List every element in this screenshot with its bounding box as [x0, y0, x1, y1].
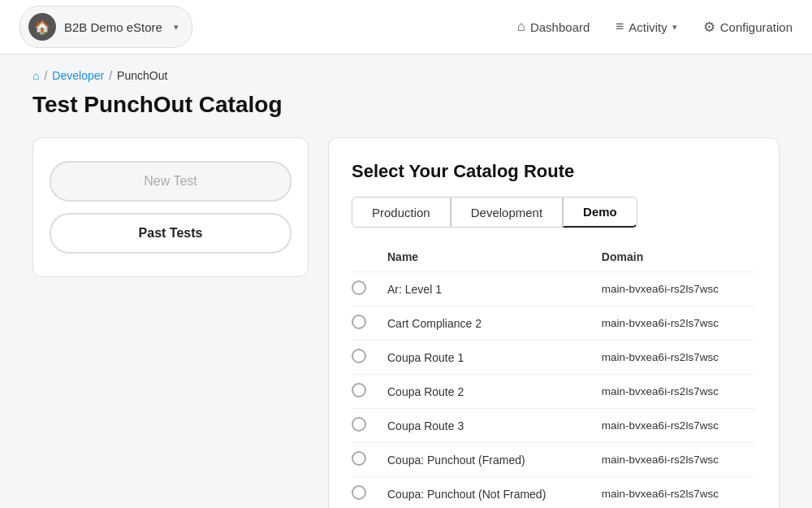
table-row: Coupa: Punchout (Framed)main-bvxea6i-rs2… — [352, 443, 756, 477]
breadcrumb-developer-link[interactable]: Developer — [52, 69, 104, 82]
col-domain: Domain — [592, 244, 756, 272]
left-panel: New Test Past Tests — [32, 137, 309, 277]
radio-cell — [352, 375, 378, 409]
table-row: Coupa Route 1main-bvxea6i-rs2ls7wsc — [352, 341, 756, 375]
route-radio[interactable] — [352, 280, 366, 295]
nav-activity-label: Activity — [628, 20, 667, 34]
route-name: Coupa: Punchout (Framed) — [378, 443, 592, 477]
breadcrumb-sep-2: / — [109, 69, 112, 82]
home-icon: ⌂ — [517, 19, 525, 35]
radio-cell — [352, 477, 378, 509]
route-radio[interactable] — [352, 485, 366, 500]
radio-cell — [352, 443, 378, 477]
home-breadcrumb-icon: ⌂ — [32, 69, 39, 82]
breadcrumb-home-link[interactable]: ⌂ — [32, 69, 39, 82]
table-row: Coupa Route 2main-bvxea6i-rs2ls7wsc — [352, 375, 756, 409]
tab-production[interactable]: Production — [352, 197, 451, 228]
main-content: New Test Past Tests Select Your Catalog … — [0, 137, 812, 508]
route-domain: main-bvxea6i-rs2ls7wsc — [592, 477, 756, 509]
route-radio[interactable] — [352, 451, 366, 466]
right-panel-title: Select Your Catalog Route — [352, 161, 756, 182]
brand-chevron-icon: ▾ — [174, 22, 179, 33]
table-row: Ar: Level 1main-bvxea6i-rs2ls7wsc — [352, 272, 756, 306]
table-row: Coupa Route 3main-bvxea6i-rs2ls7wsc — [352, 409, 756, 443]
breadcrumb-developer: Developer — [52, 69, 104, 82]
nav-dashboard[interactable]: ⌂ Dashboard — [517, 19, 590, 35]
route-radio[interactable] — [352, 383, 366, 397]
route-domain: main-bvxea6i-rs2ls7wsc — [592, 272, 756, 306]
header-nav: ⌂ Dashboard ≡ Activity ▾ ⚙ Configuration — [517, 19, 793, 36]
breadcrumb: ⌂ / Developer / PunchOut — [0, 54, 812, 82]
route-name: Cart Compliance 2 — [378, 306, 592, 341]
route-table: Name Domain Ar: Level 1main-bvxea6i-rs2l… — [352, 244, 756, 508]
route-name: Coupa: Punchout (Not Framed) — [378, 477, 592, 509]
catalog-tabs: Production Development Demo — [352, 197, 756, 228]
route-radio[interactable] — [352, 349, 366, 363]
route-domain: main-bvxea6i-rs2ls7wsc — [592, 306, 756, 341]
header: 🏠 B2B Demo eStore ▾ ⌂ Dashboard ≡ Activi… — [0, 0, 812, 54]
brand-name: B2B Demo eStore — [64, 20, 162, 34]
gear-icon: ⚙ — [703, 19, 715, 36]
breadcrumb-sep-1: / — [44, 69, 47, 82]
route-domain: main-bvxea6i-rs2ls7wsc — [592, 409, 756, 443]
activity-icon: ≡ — [615, 19, 624, 35]
radio-cell — [352, 409, 378, 443]
route-name: Ar: Level 1 — [378, 272, 592, 306]
radio-cell — [352, 272, 378, 306]
nav-configuration-label: Configuration — [720, 20, 793, 34]
route-domain: main-bvxea6i-rs2ls7wsc — [592, 341, 756, 375]
route-domain: main-bvxea6i-rs2ls7wsc — [592, 443, 756, 477]
right-panel: Select Your Catalog Route Production Dev… — [328, 137, 780, 508]
route-name: Coupa Route 1 — [378, 341, 592, 375]
radio-cell — [352, 306, 378, 341]
table-row: Cart Compliance 2main-bvxea6i-rs2ls7wsc — [352, 306, 756, 341]
brand-button[interactable]: 🏠 B2B Demo eStore ▾ — [19, 6, 192, 48]
col-name: Name — [378, 244, 592, 272]
table-row: Coupa: Punchout (Not Framed)main-bvxea6i… — [352, 477, 756, 509]
route-radio[interactable] — [352, 417, 366, 432]
route-name: Coupa Route 2 — [378, 375, 592, 409]
col-radio — [352, 244, 378, 272]
route-radio[interactable] — [352, 315, 366, 329]
past-tests-button[interactable]: Past Tests — [50, 213, 292, 254]
route-name: Coupa Route 3 — [378, 409, 592, 443]
nav-configuration[interactable]: ⚙ Configuration — [703, 19, 793, 36]
page-title: Test PunchOut Catalog — [0, 82, 812, 137]
route-domain: main-bvxea6i-rs2ls7wsc — [592, 375, 756, 409]
breadcrumb-punchout: PunchOut — [117, 69, 167, 82]
nav-activity[interactable]: ≡ Activity ▾ — [615, 19, 676, 35]
brand-icon: 🏠 — [28, 13, 56, 41]
nav-dashboard-label: Dashboard — [530, 20, 590, 34]
tab-demo[interactable]: Demo — [563, 197, 637, 228]
tab-development[interactable]: Development — [451, 197, 563, 228]
new-test-button[interactable]: New Test — [50, 161, 292, 202]
radio-cell — [352, 341, 378, 375]
activity-chevron-icon: ▾ — [672, 22, 677, 33]
